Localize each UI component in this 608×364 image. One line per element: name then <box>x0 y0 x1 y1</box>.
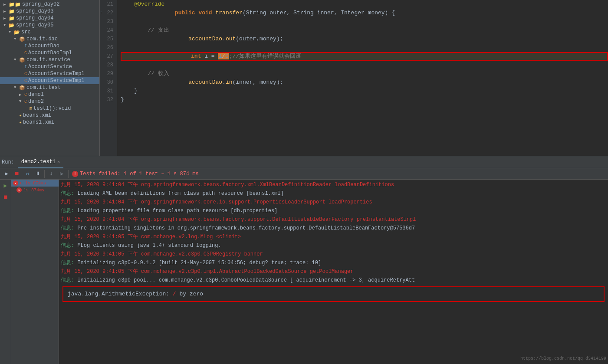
sidebar-item-demo1[interactable]: C demo1 <box>0 91 99 98</box>
sidebar-item-spring-day04[interactable]: 📁 spring_day04 <box>0 15 99 22</box>
log-info-label: 信息: <box>61 260 77 266</box>
line-num-29: 29 <box>100 69 113 78</box>
log-timestamp: 九月 15, 2020 9:41:05 下午 com.mchange.v2.c3… <box>61 251 263 257</box>
stop-button[interactable]: ⏹ <box>12 169 22 179</box>
package-icon: 📦 <box>19 57 25 63</box>
chevron-icon <box>19 99 23 104</box>
sidebar-label: com.it.service <box>26 57 70 63</box>
sidebar-item-spring-day05[interactable]: 📂 spring_day05 <box>0 22 99 29</box>
sidebar-item-test1[interactable]: m test1():void <box>0 105 99 112</box>
class-icon: C <box>24 72 27 76</box>
sidebar-item-spring-day02[interactable]: 📁 spring_day02 <box>0 1 99 8</box>
panel-tab-demo2-test1[interactable]: demo2.test1 ✕ <box>18 156 63 168</box>
log-line-2: 九月 15, 2020 9:41:04 下午 org.springframewo… <box>61 198 606 207</box>
sidebar-item-beans-xml[interactable]: ✦ beans.xml <box>0 112 99 119</box>
log-info-label: 信息: <box>61 190 77 197</box>
log-timestamp: 九月 15, 2020 9:41:04 下午 org.springframewo… <box>61 182 394 188</box>
code-line-22: public void transfer(String outer, Strin… <box>121 9 608 17</box>
gutter-run-btn[interactable]: ▶ <box>1 181 10 190</box>
toolbar-separator <box>44 170 45 178</box>
test-tree-item-sub[interactable]: ✕ 1s 874ms <box>11 187 59 193</box>
tab-label: demo2.test1 <box>21 159 56 165</box>
log-line-10: 九月 15, 2020 9:41:05 下午 com.mchange.v2.c3… <box>61 267 606 276</box>
sidebar-label: AccountDao <box>28 43 59 49</box>
log-panel: 九月 15, 2020 9:41:04 下午 org.springframewo… <box>59 180 608 364</box>
sidebar-item-spring-day03[interactable]: 📁 spring_day03 <box>0 8 99 15</box>
test-fail-icon: ! <box>72 171 78 177</box>
code-text: public void transfer(String outer, Strin… <box>121 0 395 26</box>
log-line-4: 九月 15, 2020 9:41:04 下午 org.springframewo… <box>61 215 606 224</box>
sidebar-item-account-dao-impl[interactable]: C AccountDaoImpl <box>0 49 99 56</box>
line-num-27: 27 <box>100 52 113 61</box>
log-info-text: Initializing c3p0 pool... com.mchange.v2… <box>77 277 415 283</box>
code-editor: 21 ↑ 22 23 24 25 26 27 28 29 30 31 32 <box>100 0 608 156</box>
test-status-text: Tests failed: 1 of 1 test – 1 s 874 ms <box>80 171 199 177</box>
code-text-27: int i = 1/0;//如果这里有错误就会回滚 <box>123 43 301 69</box>
class-icon: C <box>24 79 27 83</box>
chevron-icon <box>19 92 23 97</box>
test-tree-item-c[interactable]: ✕ c 1s 874ms <box>11 180 59 187</box>
log-info-label: 信息: <box>61 208 77 214</box>
sidebar-item-account-dao[interactable]: I AccountDao <box>0 43 99 49</box>
sidebar-item-com-it-test[interactable]: 📦 com.it.test <box>0 84 99 91</box>
log-info-text: Initializing c3p0-0.9.1.2 [built 21-May-… <box>77 260 321 266</box>
log-timestamp: 九月 15, 2020 9:41:04 下午 org.springframewo… <box>61 199 372 205</box>
chevron-icon <box>9 30 13 34</box>
line-numbers: 21 ↑ 22 23 24 25 26 27 28 29 30 31 32 <box>100 0 117 156</box>
code-line-32: } <box>121 95 608 104</box>
test-tree-label: c 1s 874ms <box>20 181 46 186</box>
sidebar-item-com-it-dao[interactable]: 📦 com.it.dao <box>0 36 99 43</box>
code-line-30: accountDao.in(inner, money); <box>121 78 608 87</box>
sidebar-label: beans.xml <box>23 112 51 118</box>
log-line-9: 信息: Initializing c3p0-0.9.1.2 [built 21-… <box>61 259 606 267</box>
sidebar-label: spring_day05 <box>16 22 53 28</box>
sidebar-item-beans1-xml[interactable]: ✦ beans1.xml <box>0 119 99 126</box>
nav-forward-button[interactable]: ▷ <box>57 169 66 179</box>
rerun-button[interactable]: ↺ <box>23 169 32 179</box>
folder-open-icon: 📂 <box>9 23 15 28</box>
folder-icon: 📁 <box>9 2 21 7</box>
chevron-icon <box>3 16 8 21</box>
class-icon: C <box>24 92 27 97</box>
sidebar-item-com-it-service[interactable]: 📦 com.it.service <box>0 56 99 63</box>
run-button[interactable]: ▶ <box>2 169 11 179</box>
sidebar-item-src[interactable]: 📂 src <box>0 29 99 36</box>
log-info-text: Loading XML bean definitions from class … <box>77 190 283 197</box>
sidebar-label: AccountDaoImpl <box>28 50 72 56</box>
tab-close-icon[interactable]: ✕ <box>57 159 60 164</box>
nav-down-button[interactable]: ↓ <box>46 169 56 179</box>
panel-toolbar: ▶ ⏹ ↺ ⏸ ↓ ▷ ! Tests failed: 1 of 1 test … <box>0 168 608 180</box>
exception-by-zero: by zero <box>176 291 203 297</box>
gutter-stop-btn[interactable]: ⏹ <box>1 193 10 201</box>
sidebar-item-account-service[interactable]: I AccountService <box>0 63 99 70</box>
sidebar-label: test1():void <box>33 105 71 111</box>
toolbar-separator2 <box>68 170 69 178</box>
pause-button[interactable]: ⏸ <box>33 169 43 179</box>
xml-icon: ✦ <box>19 113 22 118</box>
code-line-25: accountDao.out(outer,money); <box>121 35 608 43</box>
exception-slash: / <box>173 291 176 297</box>
panel-body: ▶ ⏹ ✕ c 1s 874ms ✕ 1s 874ms 九月 15, 2020 … <box>0 180 608 364</box>
line-num-30: 30 <box>100 78 113 87</box>
test-fail-icon: ✕ <box>13 180 18 186</box>
exception-box: java.lang.ArithmeticException: / by zero <box>62 286 605 302</box>
class-icon: C <box>24 51 27 56</box>
log-timestamp: 九月 15, 2020 9:41:05 下午 com.mchange.v2.lo… <box>61 234 241 240</box>
chevron-icon <box>14 58 18 62</box>
sidebar-item-account-service-impl[interactable]: C AccountServiceImpl <box>0 70 99 77</box>
sidebar-label: com.it.test <box>26 85 61 91</box>
sidebar-label: spring_day02 <box>22 1 59 7</box>
sidebar-item-demo2[interactable]: C demo2 <box>0 98 99 105</box>
log-info-text: MLog clients using java 1.4+ standard lo… <box>77 243 221 249</box>
log-line-8: 九月 15, 2020 9:41:05 下午 com.mchange.v2.c3… <box>61 250 606 259</box>
method-icon: m <box>30 106 32 111</box>
interface-icon: I <box>24 44 27 49</box>
code-line-27: int i = 1/0;//如果这里有错误就会回滚 <box>121 52 608 61</box>
test-tree-sub-label: 1s 874ms <box>23 188 44 193</box>
log-info-label: 信息: <box>61 243 77 249</box>
code-lines: @Override public void transfer(String ou… <box>117 0 608 156</box>
sidebar-label: spring_day04 <box>16 15 53 21</box>
xml-icon: ✦ <box>19 120 22 125</box>
line-num-26: 26 <box>100 43 113 52</box>
sidebar-item-account-service-impl2[interactable]: C AccountServiceImpl <box>0 77 99 84</box>
